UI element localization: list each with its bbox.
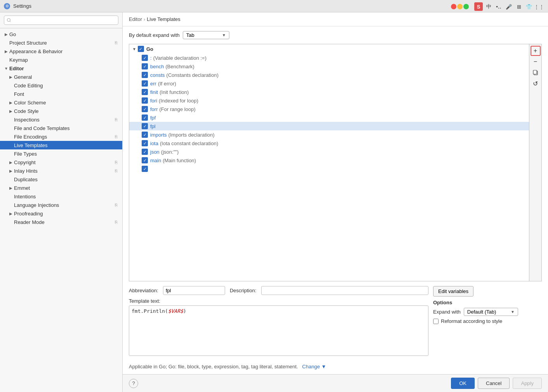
sidebar-item-proofreading[interactable]: ▶ Proofreading	[0, 209, 122, 218]
sidebar-item-go[interactable]: ▶ Go	[0, 30, 122, 38]
item-checkbox[interactable]	[142, 132, 148, 138]
cancel-button[interactable]: Cancel	[478, 378, 510, 389]
top-icon-apps[interactable]: ⋮⋮	[535, 2, 543, 11]
sidebar-item-label: Inlay Hints	[14, 168, 113, 174]
sidebar-item-label: Go	[9, 31, 119, 37]
sidebar-item-appearance[interactable]: ▶ Appearance & Behavior	[0, 47, 122, 56]
item-checkbox[interactable]	[142, 157, 148, 163]
template-item-iota[interactable]: iota (Iota constant declaration)	[129, 139, 529, 147]
change-label: Change	[302, 364, 320, 369]
template-item-consts[interactable]: consts (Constants declaration)	[129, 71, 529, 79]
item-checkbox[interactable]	[142, 89, 148, 95]
inlay-hints-arrow: ▶	[8, 168, 14, 174]
sidebar-item-code-editing[interactable]: Code Editing	[0, 81, 122, 90]
template-item-imports[interactable]: imports (Imports declaration)	[129, 130, 529, 139]
reformat-checkbox[interactable]	[433, 319, 439, 324]
sidebar-item-copyright[interactable]: ▶ Copyright ⎘	[0, 158, 122, 167]
sidebar-item-inlay-hints[interactable]: ▶ Inlay Hints ⎘	[0, 167, 122, 175]
copy-icon: ⎘	[113, 159, 119, 165]
abbreviation-label: Abbreviation:	[129, 288, 158, 293]
copy-icon: ⎘	[113, 134, 119, 140]
item-checkbox[interactable]	[142, 63, 148, 69]
sidebar-item-general[interactable]: ▶ General	[0, 73, 122, 81]
item-checkbox[interactable]	[142, 72, 148, 78]
item-checkbox[interactable]	[142, 106, 148, 112]
edit-variables-button[interactable]: Edit variables	[433, 286, 473, 297]
sidebar-item-code-style[interactable]: ▶ Code Style	[0, 107, 122, 115]
abbreviation-input[interactable]	[163, 286, 225, 295]
item-checkbox[interactable]	[142, 97, 148, 104]
sidebar-item-label: Language Injections	[14, 202, 113, 208]
sidebar-item-label: Code Editing	[14, 83, 119, 88]
search-input[interactable]	[4, 16, 118, 25]
sidebar-item-intentions[interactable]: Intentions	[0, 192, 122, 201]
item-desc: (json:"")	[161, 149, 179, 155]
sidebar-item-file-types[interactable]: File Types	[0, 149, 122, 158]
template-code-var: $VAR$	[168, 308, 183, 314]
template-item-forr[interactable]: forr (For range loop)	[129, 105, 529, 113]
add-template-button[interactable]: +	[531, 46, 541, 56]
item-checkbox[interactable]	[142, 80, 148, 87]
top-icon-grid[interactable]: ⊞	[515, 2, 523, 11]
item-checkbox[interactable]	[142, 123, 148, 129]
template-item-fpl[interactable]: fpl	[129, 122, 529, 130]
item-checkbox[interactable]	[142, 55, 148, 61]
sidebar-item-project-structure[interactable]: Project Structure ⎘	[0, 38, 122, 47]
template-item-more[interactable]	[129, 165, 529, 173]
language-injections-arrow	[8, 202, 14, 208]
top-icon-mic[interactable]: 🎤	[505, 2, 513, 11]
sidebar-item-emmet[interactable]: ▶ Emmet	[0, 184, 122, 192]
ok-button[interactable]: OK	[451, 378, 475, 389]
template-item-colon[interactable]: : (Variable declaration :=)	[129, 54, 529, 62]
sidebar-item-inspections[interactable]: Inspections ⎘	[0, 115, 122, 124]
sidebar-item-language-injections[interactable]: Language Injections ⎘	[0, 201, 122, 209]
help-button[interactable]: ?	[129, 379, 138, 388]
item-checkbox[interactable]	[142, 114, 148, 121]
sidebar-item-color-scheme[interactable]: ▶ Color Scheme	[0, 98, 122, 107]
item-checkbox[interactable]	[142, 166, 148, 172]
template-item-main[interactable]: main (Main function)	[129, 156, 529, 165]
template-item-finit[interactable]: finit (Init function)	[129, 88, 529, 96]
template-item-json[interactable]: json (json:"")	[129, 147, 529, 156]
copy-icon: ⎘	[113, 116, 119, 123]
sidebar-item-font[interactable]: Font	[0, 90, 122, 98]
template-item-bench[interactable]: bench (Benchmark)	[129, 62, 529, 71]
item-abbr: fori	[150, 98, 157, 104]
top-icon-shirt[interactable]: 👕	[525, 2, 533, 11]
reformat-label: Reformat according to style	[441, 318, 502, 324]
sidebar: ▶ Go Project Structure ⎘ ▶ Appearance & …	[0, 12, 123, 392]
item-abbr: finit	[150, 89, 158, 95]
sidebar-item-file-encodings[interactable]: File Encodings ⎘	[0, 132, 122, 141]
sidebar-item-reader-mode[interactable]: Reader Mode ⎘	[0, 218, 122, 226]
template-group-header[interactable]: ▼ Go	[129, 44, 529, 54]
template-text-display[interactable]: fmt.Println($VAR$)	[129, 305, 428, 356]
title-bar-left: ⚙ Settings	[4, 3, 31, 9]
change-link[interactable]: Change ▼	[302, 364, 326, 369]
description-input[interactable]	[261, 286, 428, 295]
sidebar-item-file-code-templates[interactable]: File and Code Templates	[0, 124, 122, 132]
item-desc: (Imports declaration)	[168, 132, 215, 138]
item-desc: (Iota constant declaration)	[160, 140, 218, 146]
template-text-section: Template text: fmt.Println($VAR$)	[129, 298, 428, 356]
sidebar-item-editor[interactable]: ▼ Editor	[0, 64, 122, 73]
sidebar-item-keymap[interactable]: Keymap	[0, 56, 122, 64]
apply-button[interactable]: Apply	[513, 378, 542, 389]
copy-template-button[interactable]	[531, 68, 541, 78]
sidebar-item-live-templates[interactable]: Live Templates	[0, 141, 122, 149]
top-icon-chinese[interactable]: 中	[484, 2, 493, 11]
abbreviation-row: Abbreviation: Description:	[129, 286, 428, 295]
item-checkbox[interactable]	[142, 149, 148, 155]
top-icon-dot[interactable]: •‥	[494, 2, 503, 11]
sidebar-tree: ▶ Go Project Structure ⎘ ▶ Appearance & …	[0, 28, 122, 392]
expand-with-dropdown[interactable]: Default (Tab) ▼	[464, 308, 518, 316]
group-checkbox[interactable]	[138, 46, 144, 52]
template-item-err[interactable]: err (If error)	[129, 79, 529, 88]
sidebar-item-duplicates[interactable]: Duplicates	[0, 175, 122, 184]
template-item-fori[interactable]: fori (Indexed for loop)	[129, 96, 529, 105]
revert-template-button[interactable]: ↺	[531, 78, 541, 88]
item-checkbox[interactable]	[142, 140, 148, 146]
remove-template-button[interactable]: −	[531, 57, 541, 67]
template-item-fpf[interactable]: fpf	[129, 113, 529, 122]
expand-dropdown[interactable]: Tab ▼	[183, 31, 229, 39]
top-icon-s[interactable]: S	[474, 2, 483, 11]
